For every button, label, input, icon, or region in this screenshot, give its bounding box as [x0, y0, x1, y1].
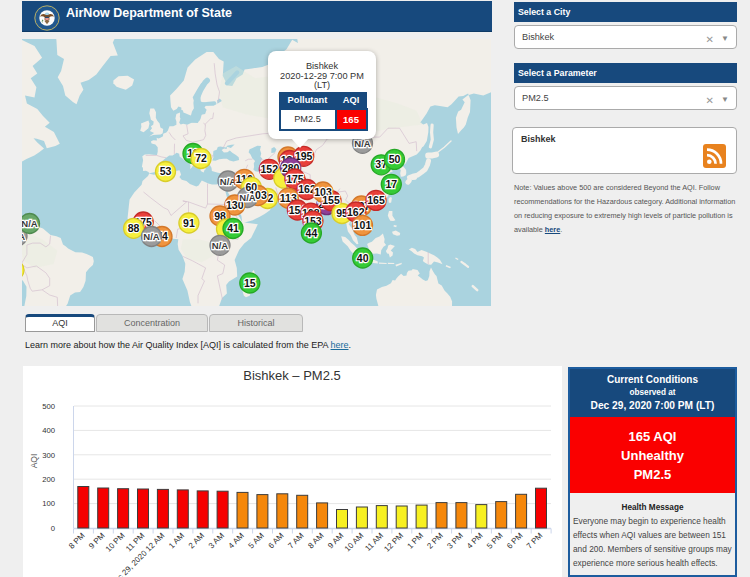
svg-text:5 AM: 5 AM — [247, 531, 266, 550]
svg-text:AQI: AQI — [29, 454, 39, 469]
svg-text:8 AM: 8 AM — [306, 531, 325, 550]
svg-text:1 PM: 1 PM — [405, 531, 425, 551]
svg-text:500: 500 — [42, 402, 55, 411]
svg-text:4 AM: 4 AM — [227, 531, 246, 550]
svg-text:6 PM: 6 PM — [505, 531, 525, 551]
svg-text:2 AM: 2 AM — [187, 531, 206, 550]
svg-text:4 PM: 4 PM — [465, 531, 485, 551]
svg-text:100: 100 — [42, 499, 55, 508]
svg-text:10 PM: 10 PM — [104, 531, 127, 554]
svg-text:1 AM: 1 AM — [167, 531, 186, 550]
svg-text:8 PM: 8 PM — [67, 531, 87, 551]
svg-text:10 AM: 10 AM — [343, 531, 366, 554]
svg-text:11 AM: 11 AM — [363, 531, 385, 553]
svg-text:6 AM: 6 AM — [266, 531, 285, 550]
svg-text:3 PM: 3 PM — [445, 531, 465, 551]
svg-text:7 AM: 7 AM — [286, 531, 305, 550]
svg-text:400: 400 — [42, 426, 55, 435]
svg-text:300: 300 — [42, 451, 55, 460]
svg-text:5 PM: 5 PM — [485, 531, 505, 551]
svg-text:3 AM: 3 AM — [207, 531, 226, 550]
svg-text:0: 0 — [51, 524, 55, 533]
svg-text:Bishkek – PM2.5: Bishkek – PM2.5 — [243, 368, 341, 383]
svg-text:200: 200 — [42, 475, 55, 484]
svg-text:2 PM: 2 PM — [425, 531, 445, 551]
svg-text:7 PM: 7 PM — [525, 531, 545, 551]
svg-text:12 PM: 12 PM — [382, 531, 405, 554]
